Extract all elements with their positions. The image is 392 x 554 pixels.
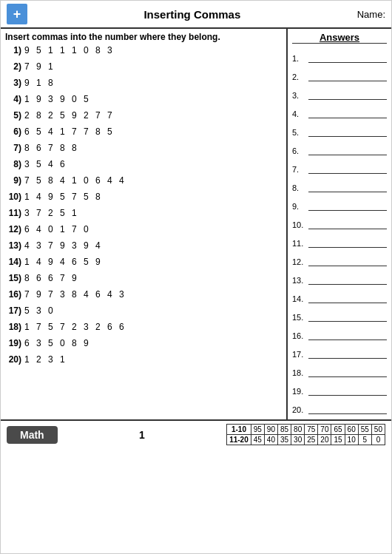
problem-digits: 8 6 7 8 8 xyxy=(24,143,79,153)
score-value: 60 xyxy=(345,425,358,435)
answer-row: 15. xyxy=(292,305,387,322)
answer-row: 12. xyxy=(292,250,387,266)
problem-number: 6) xyxy=(5,126,21,137)
logo-icon: + xyxy=(7,4,27,24)
problem-digits: 9 1 8 xyxy=(24,78,55,88)
answer-line xyxy=(308,219,387,229)
answer-row: 4. xyxy=(292,102,387,118)
problem-row: 14)1 4 9 4 6 5 9 xyxy=(5,257,282,271)
answer-number: 7. xyxy=(292,165,307,174)
answer-number: 4. xyxy=(292,109,307,118)
answer-line xyxy=(308,182,387,192)
answer-line xyxy=(308,89,387,100)
answer-row: 19. xyxy=(292,379,387,396)
answer-line xyxy=(308,404,387,414)
problem-number: 12) xyxy=(5,224,21,234)
answer-number: 6. xyxy=(292,146,307,155)
answer-number: 13. xyxy=(292,276,307,285)
answer-number: 12. xyxy=(292,257,307,266)
score-range-label: 1-10 xyxy=(227,425,251,435)
score-row: 11-20454035302520151050 xyxy=(227,435,385,445)
answer-line xyxy=(308,311,387,322)
score-row: 1-1095908580757065605550 xyxy=(227,425,385,435)
answer-number: 17. xyxy=(292,350,307,359)
problem-row: 10)1 4 9 5 7 5 8 xyxy=(5,192,282,206)
answer-line xyxy=(308,274,387,285)
answer-number: 10. xyxy=(292,220,307,229)
problem-number: 19) xyxy=(5,338,21,348)
problem-row: 2)7 9 1 xyxy=(5,61,282,76)
score-value: 75 xyxy=(305,425,318,435)
problem-row: 12)6 4 0 1 7 0 xyxy=(5,224,282,239)
score-value: 30 xyxy=(291,435,305,445)
logo: + xyxy=(7,4,27,24)
answer-row: 10. xyxy=(292,213,387,229)
header: + Inserting Commas Name: xyxy=(1,1,391,29)
score-value: 35 xyxy=(277,435,291,445)
answer-number: 8. xyxy=(292,183,307,192)
answer-number: 19. xyxy=(292,387,307,396)
answer-row: 20. xyxy=(292,398,387,414)
problem-row: 20)1 2 3 1 xyxy=(5,354,282,369)
answer-line xyxy=(308,367,387,377)
logo-symbol: + xyxy=(13,7,21,22)
answer-line xyxy=(308,200,387,211)
answer-number: 5. xyxy=(292,128,307,137)
answer-line xyxy=(308,145,387,155)
problem-row: 16)7 9 7 3 8 4 6 4 3 xyxy=(5,289,282,304)
problem-digits: 4 3 7 9 3 9 4 xyxy=(24,240,103,251)
answer-row: 1. xyxy=(292,47,387,63)
answers-list: 1.2.3.4.5.6.7.8.9.10.11.12.13.14.15.16.1… xyxy=(292,47,387,414)
answer-row: 6. xyxy=(292,139,387,155)
problem-digits: 1 9 3 9 0 5 xyxy=(24,94,91,104)
answer-row: 18. xyxy=(292,361,387,377)
problem-digits: 2 8 2 5 9 2 7 7 xyxy=(24,110,115,121)
problem-number: 17) xyxy=(5,305,21,316)
problem-row: 19)6 3 5 0 8 9 xyxy=(5,338,282,353)
problem-row: 17)5 3 0 xyxy=(5,305,282,320)
problem-number: 5) xyxy=(5,110,21,121)
answer-row: 14. xyxy=(292,287,387,303)
score-value: 85 xyxy=(277,425,291,435)
main-content: Insert commas into the number where they… xyxy=(1,29,391,420)
problem-digits: 7 9 7 3 8 4 6 4 3 xyxy=(24,289,126,300)
problem-number: 7) xyxy=(5,143,21,153)
problem-number: 4) xyxy=(5,94,21,104)
answer-row: 13. xyxy=(292,268,387,285)
answer-number: 20. xyxy=(292,405,307,414)
problem-row: 18)1 7 5 7 2 3 2 6 6 xyxy=(5,322,282,337)
problem-number: 14) xyxy=(5,257,21,267)
problem-digits: 1 2 3 1 xyxy=(24,354,67,365)
problem-number: 2) xyxy=(5,61,21,72)
answer-row: 11. xyxy=(292,232,387,248)
problem-row: 1)9 5 1 1 1 0 8 3 xyxy=(5,45,282,60)
problem-number: 8) xyxy=(5,159,21,169)
problem-digits: 6 5 4 1 7 7 8 5 xyxy=(24,126,115,137)
problems-list: 1)9 5 1 1 1 0 8 32)7 9 13)9 1 84)1 9 3 9… xyxy=(5,45,282,369)
page: + Inserting Commas Name: Insert commas i… xyxy=(0,0,392,554)
answer-number: 14. xyxy=(292,294,307,303)
answer-number: 1. xyxy=(292,54,307,63)
answer-line xyxy=(308,108,387,118)
answer-number: 9. xyxy=(292,202,307,211)
problem-digits: 3 5 4 6 xyxy=(24,159,67,169)
answer-line xyxy=(308,348,387,359)
answer-row: 5. xyxy=(292,121,387,137)
score-value: 0 xyxy=(371,435,385,445)
score-value: 40 xyxy=(264,435,277,445)
answer-row: 2. xyxy=(292,65,387,81)
answer-line xyxy=(308,237,387,248)
problem-row: 7)8 6 7 8 8 xyxy=(5,143,282,158)
answer-line xyxy=(308,163,387,174)
problem-number: 15) xyxy=(5,273,21,283)
problem-number: 3) xyxy=(5,78,21,88)
score-value: 55 xyxy=(358,425,371,435)
problem-number: 18) xyxy=(5,322,21,332)
answer-row: 16. xyxy=(292,324,387,340)
math-button[interactable]: Math xyxy=(7,426,58,444)
problems-column: Insert commas into the number where they… xyxy=(1,29,288,419)
score-value: 10 xyxy=(345,435,358,445)
problem-digits: 1 4 9 4 6 5 9 xyxy=(24,257,103,267)
problem-row: 15)8 6 6 7 9 xyxy=(5,273,282,288)
problem-row: 5)2 8 2 5 9 2 7 7 xyxy=(5,110,282,125)
